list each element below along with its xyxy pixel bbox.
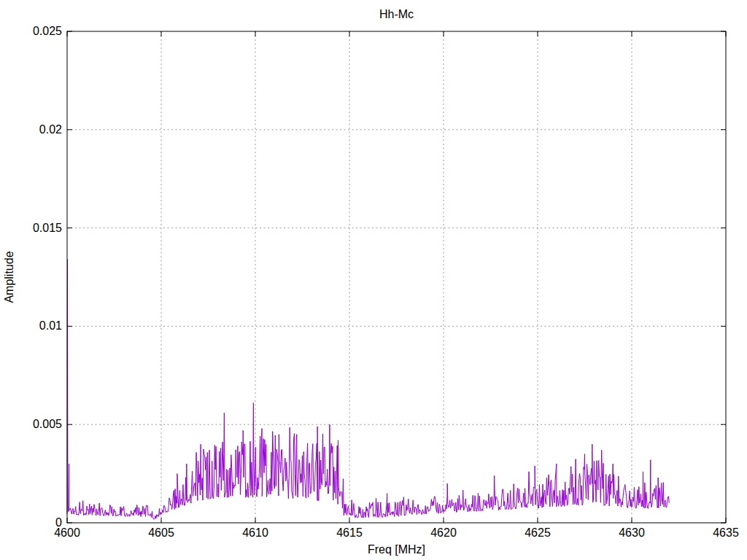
x-tick-label: 4605 [132,526,190,540]
y-tick-label: 0.005 [0,418,62,431]
x-tick-label: 4615 [320,526,379,540]
x-tick-label: 4635 [697,526,747,540]
chart-canvas: Hh-Mc Amplitude Freq [MHz] 4600460546104… [0,0,747,560]
y-tick-label: 0.025 [0,25,62,38]
x-tick-label: 4625 [508,526,567,540]
x-tick-label: 4620 [414,526,473,540]
y-tick-label: 0.01 [0,319,62,332]
y-tick-label: 0 [0,516,62,529]
series-line [67,260,669,519]
y-tick-label: 0.02 [0,123,62,136]
x-tick-label: 4610 [226,526,285,540]
x-tick-label: 4630 [603,526,661,540]
y-tick-label: 0.015 [0,222,62,235]
grid-lines [67,31,726,523]
plot-border [67,31,726,523]
axis-ticks [67,31,726,523]
plot-area [0,0,747,560]
